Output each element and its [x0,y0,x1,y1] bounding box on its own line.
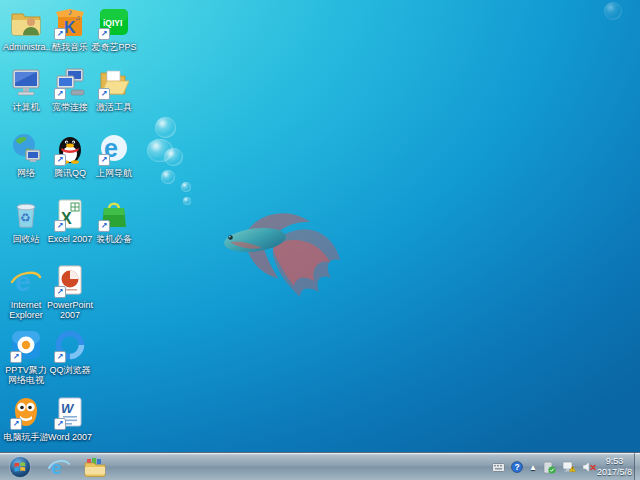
shortcut-arrow-icon: ↗ [54,28,66,40]
iqiyi-pps-icon: iQIYI ↗ [97,6,131,40]
bubble [181,182,191,192]
svg-text:W: W [61,401,75,416]
desktop-wallpaper: Administra... K ♪ ♫ ↗ 酷我音乐 iQIYI ↗ 爱奇艺PP… [0,0,640,480]
desktop-icon-iqiyi-pps[interactable]: iQIYI ↗ 爱奇艺PPS [91,6,137,52]
desktop-icon-powerpoint-2007[interactable]: ↗ PowerPoint 2007 [47,264,93,320]
svg-text:♪: ♪ [68,7,73,17]
qq-browser-icon: ↗ [53,329,87,363]
blue-e-icon: e ↗ [97,132,131,166]
clock-date: 2017/5/8 [597,467,632,478]
shortcut-arrow-icon: ↗ [54,220,66,232]
show-hidden-icons-button[interactable]: ▲ [529,463,537,472]
desktop-icon-qq-browser[interactable]: ↗ QQ浏览器 [47,329,93,375]
desktop-icon-web-navigator[interactable]: e ↗ 上网导航 [91,132,137,178]
bubble [183,197,191,205]
start-button[interactable] [4,454,36,480]
icon-label: 爱奇艺PPS [91,42,137,52]
excel-2007-icon: X ↗ [53,198,87,232]
shortcut-arrow-icon: ↗ [54,286,66,298]
icon-label: QQ浏览器 [47,365,93,375]
svg-text:?: ? [515,462,520,472]
windows-logo-icon [8,455,32,479]
desktop-icon-word-2007[interactable]: W ↗ Word 2007 [47,396,93,442]
icon-label: PPTV聚力 网络电视 [3,365,49,385]
computer-icon [9,66,43,100]
icon-label: 激活工具 [91,102,137,112]
user-folder-icon [9,6,43,40]
betta-fish [218,198,344,302]
icon-label: 腾讯QQ [47,168,93,178]
network-globe-icon [9,132,43,166]
desktop-icon-mobile-game[interactable]: ↗ 电脑玩手游 [3,396,49,442]
shortcut-arrow-icon: ↗ [10,351,22,363]
icon-label: Internet Explorer [3,300,49,320]
desktop-icon-broadband[interactable]: ↗ 宽带连接 [47,66,93,112]
clock-time: 9:53 [606,456,624,467]
show-desktop-button[interactable] [634,453,640,480]
bubble [604,2,622,20]
keyboard-tray-icon[interactable] [492,463,505,472]
qq-penguin-icon: ↗ [53,132,87,166]
svg-text:e: e [15,266,31,296]
icon-label: PowerPoint 2007 [47,300,93,320]
svg-text:iQIYI: iQIYI [103,18,122,28]
bubble [161,170,175,184]
desktop-icon-activation-tools[interactable]: ↗ 激活工具 [91,66,137,112]
desktop-icon-essential-software[interactable]: ↗ 装机必备 [91,198,137,244]
system-tray: ? ▲ ! [492,453,596,480]
volume-muted-tray-icon[interactable] [582,461,596,473]
taskbar-internet-explorer-button[interactable]: e [44,454,74,480]
bubble [155,117,176,138]
icon-label: 装机必备 [91,234,137,244]
icon-label: 回收站 [3,234,49,244]
icon-label: 上网导航 [91,168,137,178]
open-folder-icon: ↗ [97,66,131,100]
icon-label: 宽带连接 [47,102,93,112]
desktop-icon-tencent-qq[interactable]: ↗ 腾讯QQ [47,132,93,178]
icon-label: Word 2007 [47,432,93,442]
shortcut-arrow-icon: ↗ [98,28,110,40]
desktop-icon-excel-2007[interactable]: X ↗ Excel 2007 [47,198,93,244]
network-warning-tray-icon[interactable]: ! [562,461,576,473]
shortcut-arrow-icon: ↗ [98,88,110,100]
shortcut-arrow-icon: ↗ [54,88,66,100]
recycle-bin-icon: ♻ [9,198,43,232]
desktop-icon-kuwo-music[interactable]: K ♪ ♫ ↗ 酷我音乐 [47,6,93,52]
icon-label: 酷我音乐 [47,42,93,52]
shortcut-arrow-icon: ↗ [98,154,110,166]
desktop-icon-recycle-bin[interactable]: ♻ 回收站 [3,198,49,244]
taskbar-explorer-button[interactable] [80,454,110,480]
bubble [164,148,183,166]
internet-explorer-icon: e [9,264,43,298]
desktop-icon-administrator[interactable]: Administra... [3,6,49,52]
icon-label: 电脑玩手游 [3,432,49,442]
orange-monster-icon: ↗ [9,396,43,430]
folder-icon [83,456,107,478]
svg-text:♻: ♻ [20,211,31,225]
desktop-icon-network[interactable]: 网络 [3,132,49,178]
desktop-icon-pptv[interactable]: ↗ PPTV聚力 网络电视 [3,329,49,385]
safety-check-tray-icon[interactable] [543,461,556,474]
powerpoint-2007-icon: ↗ [53,264,87,298]
taskbar-clock[interactable]: 9:53 2017/5/8 [597,454,632,480]
svg-text:♫: ♫ [75,14,80,21]
icon-label: 计算机 [3,102,49,112]
icon-label: Excel 2007 [47,234,93,244]
kuwo-music-box-icon: K ♪ ♫ ↗ [53,6,87,40]
shortcut-arrow-icon: ↗ [10,418,22,430]
shortcut-arrow-icon: ↗ [54,351,66,363]
help-tray-icon[interactable]: ? [511,461,523,473]
shortcut-arrow-icon: ↗ [98,220,110,232]
taskbar: e ? ▲ ! 9:53 2017/5/8 [0,452,640,480]
desktop-icon-internet-explorer[interactable]: e Internet Explorer [3,264,49,320]
pptv-icon: ↗ [9,329,43,363]
icon-label: 网络 [3,168,49,178]
internet-explorer-icon: e [48,456,70,478]
icon-label: Administra... [3,42,49,52]
shortcut-arrow-icon: ↗ [54,418,66,430]
desktop-icon-computer[interactable]: 计算机 [3,66,49,112]
green-bag-icon: ↗ [97,198,131,232]
shortcut-arrow-icon: ↗ [54,154,66,166]
broadband-connection-icon: ↗ [53,66,87,100]
word-2007-icon: W ↗ [53,396,87,430]
